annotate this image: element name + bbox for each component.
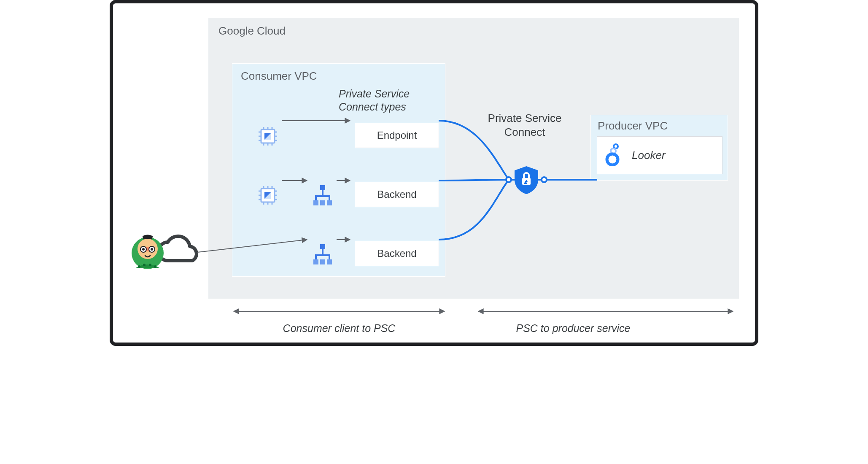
legend-consumer-to-psc: Consumer client to PSC [234, 322, 445, 335]
svg-point-46 [149, 264, 151, 266]
psc-backend-label-2: Backend [377, 248, 416, 259]
psc-backend-box-2: Backend [355, 241, 439, 266]
psc-backend-label-1: Backend [377, 189, 416, 200]
producer-vpc-label: Producer VPC [598, 119, 668, 132]
svg-point-36 [607, 154, 618, 165]
svg-point-42 [142, 248, 145, 251]
svg-rect-30 [320, 244, 325, 249]
svg-point-44 [138, 265, 140, 268]
svg-point-43 [151, 248, 153, 251]
google-cloud-label: Google Cloud [218, 24, 286, 38]
diagram-frame: Google Cloud Consumer VPC Private Servic… [110, 0, 758, 346]
svg-rect-28 [320, 200, 325, 205]
svg-rect-26 [320, 185, 325, 190]
svg-rect-32 [320, 259, 325, 264]
svg-rect-31 [313, 259, 318, 264]
svg-point-45 [143, 264, 146, 266]
svg-point-47 [154, 265, 156, 268]
svg-rect-27 [313, 200, 318, 205]
bottom-legend: Consumer client to PSC PSC to producer s… [113, 306, 755, 340]
load-balancer-icon [311, 183, 334, 209]
consumer-vpc-panel: Consumer VPC Private Service Connect typ… [232, 63, 445, 277]
psc-title: Private Service Connect [478, 111, 571, 139]
consumer-vpc-label: Consumer VPC [241, 70, 317, 83]
psc-backend-box-1: Backend [355, 182, 439, 207]
svg-rect-33 [327, 259, 332, 264]
looker-icon [604, 143, 623, 168]
on-prem-user [130, 231, 197, 273]
google-cloud-panel: Google Cloud Consumer VPC Private Servic… [208, 18, 739, 299]
psc-endpoint-label: Endpoint [377, 129, 417, 141]
psc-endpoint-box: Endpoint [355, 123, 439, 148]
vm-chip-icon [256, 183, 280, 209]
load-balancer-icon [311, 243, 334, 268]
svg-rect-29 [327, 200, 332, 205]
producer-vpc-panel: Producer VPC Looker [590, 115, 728, 181]
legend-psc-to-producer: PSC to producer service [478, 322, 668, 335]
looker-label: Looker [632, 149, 666, 162]
psc-types-heading: Private Service Connect types [339, 87, 436, 114]
vm-chip-icon [256, 124, 280, 150]
looker-service-box: Looker [597, 136, 722, 174]
